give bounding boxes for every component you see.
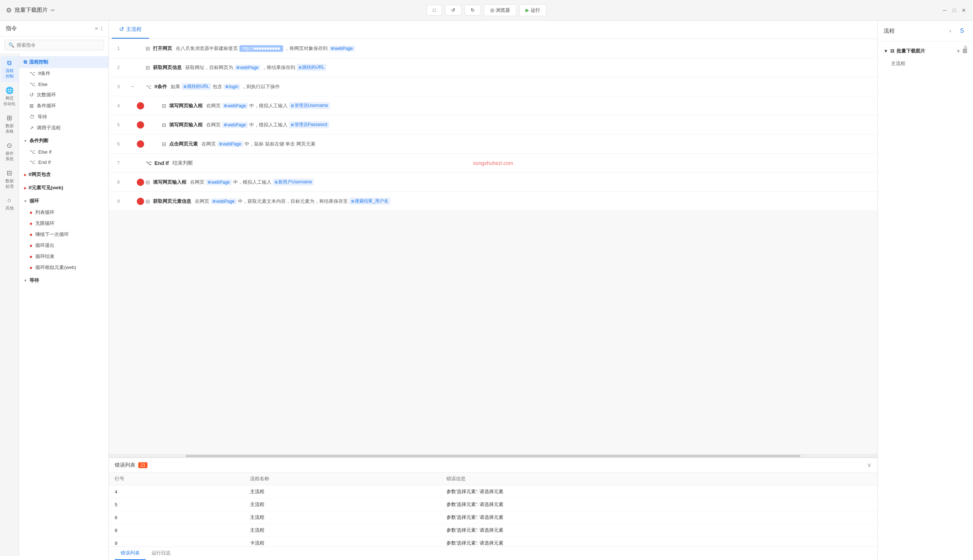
collapse-icon[interactable]: ⟨ xyxy=(101,26,103,31)
table-row[interactable]: 9 ⊟ 获取网页元素信息 在网页 ⊠webPage 中，获取元素文本内容，目标元… xyxy=(109,192,878,211)
error-row[interactable]: 6 主流程 参数'选择元素': 请选择元素 xyxy=(109,511,878,524)
url-bar: http://■■■■■■■■■■ xyxy=(239,45,283,52)
menu-item-loop-similar[interactable]: ● 循环相似元素(web) xyxy=(19,262,109,273)
menu-group-flow-control-header[interactable]: ⧉ 流程控制 xyxy=(19,56,109,68)
other-tab-icon: ○ xyxy=(7,197,12,204)
sidebar-tab-other[interactable]: ○ 其他 xyxy=(1,193,18,214)
menu-group-condition-judge-header[interactable]: ▼ 条件判断 xyxy=(19,135,109,147)
redo-button[interactable]: ↻ xyxy=(465,5,481,15)
error-dot xyxy=(137,178,144,186)
click-elem-icon: ⊟ xyxy=(162,141,166,147)
title-bar-right: ─ □ ✕ xyxy=(650,7,967,13)
table-row[interactable]: 7 ⌥ End If 结束判断 songshuhezi.com xyxy=(109,153,878,173)
center-area: ↺ 主流程 1 ⊟ 打开网页 在八爪鱼浏览器中新建标签页 http://■■■■… xyxy=(109,21,878,560)
menu-item-loop-end[interactable]: ● 循环结束 xyxy=(19,251,109,262)
if-web-icon: ● xyxy=(23,172,27,177)
error-panel-collapse-icon[interactable]: ∨ xyxy=(867,462,871,468)
menu-group-if-elem-visible-header[interactable]: ● If元素可见(web) xyxy=(19,182,109,193)
loop-end-icon: ● xyxy=(29,253,32,259)
undo-button[interactable]: ↺ xyxy=(445,5,461,15)
search-box[interactable]: 🔍 xyxy=(4,40,104,50)
menu-item-continue-loop[interactable]: ● 继续下一次循环 xyxy=(19,229,109,240)
sort-icon[interactable]: ≡ xyxy=(95,26,98,31)
sidebar-tab-ops[interactable]: ⊙ 操作 系统 xyxy=(1,138,18,165)
menu-group-if-web-header[interactable]: ● If网页包含 xyxy=(19,169,109,180)
tab-main-flow[interactable]: ↺ 主流程 xyxy=(112,21,149,38)
table-row[interactable]: 1 ⊟ 打开网页 在八爪鱼浏览器中新建标签页 http://■■■■■■■■■■… xyxy=(109,39,878,58)
search-input[interactable] xyxy=(17,42,100,48)
table-row[interactable]: 2 ⊟ 获取网页信息 获取网址，目标网页为 ⊠webPage ，将结果保存到 ⊠… xyxy=(109,58,878,77)
new-user-username-var: ⊠新用户Username xyxy=(273,178,314,185)
error-row[interactable]: 5 主流程 参数'选择元素': 请选择元素 xyxy=(109,498,878,511)
end-if-icon: ⌥ xyxy=(29,159,35,165)
menu-item-if[interactable]: ⌥ If条件 xyxy=(19,68,109,79)
flow-tree: ▼ ⊟ 批量下载图片 + ⊠ 主流程 ≡ xyxy=(878,42,973,73)
condition-arrow: ▼ xyxy=(23,139,27,143)
table-row[interactable]: 4 ⊟ 填写网页输入框 在网页 ⊠webPage 中，模拟人工输入 ⊠管理员U xyxy=(109,96,878,115)
browser-button[interactable]: ◎ 浏览器 xyxy=(484,4,516,16)
close-button[interactable]: ✕ xyxy=(961,7,967,13)
if-cond-icon: ⌥ xyxy=(145,84,152,90)
edit-title-icon[interactable]: ✏ xyxy=(51,7,55,13)
menu-item-end-if[interactable]: ⌥ End If xyxy=(19,157,109,167)
flow-filter-icon[interactable]: ≡ xyxy=(964,44,967,51)
menu-item-list-loop[interactable]: ● 列表循环 xyxy=(19,207,109,218)
menu-group-loop-header[interactable]: ▼ 循环 xyxy=(19,195,109,207)
flow-tree-item-main[interactable]: 主流程 xyxy=(878,57,973,70)
run-button[interactable]: ▶ 运行 xyxy=(519,4,547,16)
horizontal-scrollbar[interactable] xyxy=(109,454,878,457)
menu-item-infinite-loop[interactable]: ● 无限循环 xyxy=(19,218,109,229)
menu-group-wait-header[interactable]: ▼ 等待 xyxy=(19,275,109,286)
wait-group-arrow: ▼ xyxy=(23,278,27,283)
flow-sidebar-active-icon[interactable]: S xyxy=(957,26,967,36)
fill-input-icon-4: ⊟ xyxy=(162,103,166,109)
if-icon: ⌥ xyxy=(29,70,35,77)
app-icon: ⚙ xyxy=(6,6,12,14)
error-list-tab[interactable]: 错误列表 xyxy=(115,547,145,560)
menu-item-count-loop[interactable]: ↺ 次数循环 xyxy=(19,89,109,100)
menu-item-cond-loop[interactable]: ⊠ 条件循环 xyxy=(19,100,109,111)
maximize-button[interactable]: □ xyxy=(951,7,958,13)
redirect-url-var-3: ⊠跳转的URL xyxy=(182,83,211,90)
table-row[interactable]: 3 − ⌥ If条件 如果 ⊠跳转的URL 包含 ⊠login xyxy=(109,77,878,96)
sidebar-tab-data-proc[interactable]: ⊟ 数据 处理 xyxy=(1,166,18,192)
flow-content[interactable]: 1 ⊟ 打开网页 在八爪鱼浏览器中新建标签页 http://■■■■■■■■■■… xyxy=(109,39,878,454)
menu-item-loop-exit[interactable]: ● 循环退出 xyxy=(19,240,109,251)
menu-item-else[interactable]: ⌥ Else xyxy=(19,79,109,89)
error-row[interactable]: 8 主流程 参数'选择元素': 请选择元素 xyxy=(109,524,878,537)
run-icon: ▶ xyxy=(525,7,529,13)
menu-item-call-sub[interactable]: ↗ 调用子流程 xyxy=(19,122,109,133)
flow-sidebar-nav-icon[interactable]: › xyxy=(945,26,955,36)
error-row[interactable]: 9 卡流程 参数'选择元素': 请选择元素 xyxy=(109,537,878,547)
table-row[interactable]: 8 ⊟ 填写网页输入框 在网页 ⊠webPage 中，模拟人工输入 ⊠新用户Us… xyxy=(109,173,878,192)
redirect-url-var: ⊠跳转的URL xyxy=(297,64,326,71)
app-title: 批量下载图片 xyxy=(15,7,48,13)
flow-tree-parent-icon: ⊟ xyxy=(890,48,894,53)
menu-item-wait[interactable]: ⏱ 等待 xyxy=(19,111,109,122)
run-log-tab[interactable]: 运行日志 xyxy=(145,547,177,560)
save-button[interactable]: □ xyxy=(426,5,442,15)
flow-tree-item-batch[interactable]: ▼ ⊟ 批量下载图片 + ⊠ xyxy=(878,45,973,57)
minimize-button[interactable]: ─ xyxy=(941,7,948,13)
login-var: ⊠login xyxy=(224,84,240,90)
menu-item-else-if[interactable]: ⌥ Else If xyxy=(19,147,109,157)
sidebar-tab-flow[interactable]: ⧉ 流程 控制 xyxy=(1,56,18,82)
error-dot xyxy=(137,198,144,205)
browser-icon: ◎ xyxy=(490,7,494,13)
main-flow-tab-icon: ↺ xyxy=(119,26,124,33)
menu-group-if-web: ● If网页包含 xyxy=(19,169,109,180)
webpage-var-5: ⊠webPage xyxy=(222,122,248,128)
table-row[interactable]: 6 ⊟ 点击网页元素 在网页 ⊠webPage 中，鼠标 鼠标左键 单击 网页元… xyxy=(109,135,878,153)
sidebar-tab-web[interactable]: 🌐 网页 自动化 xyxy=(1,83,18,110)
add-flow-icon[interactable]: + xyxy=(957,48,960,54)
flow-sidebar-right-icons: ≡ xyxy=(964,44,967,51)
sidebar-flow: 流程 › S ▼ ⊟ 批量下载图片 + ⊠ 主流程 ≡ xyxy=(878,21,973,560)
sidebar-tab-data-table[interactable]: ⊞ 数据 表格 xyxy=(1,111,18,137)
else-icon: ⌥ xyxy=(29,81,35,87)
error-panel-tabs: 错误列表 运行日志 xyxy=(109,547,878,560)
search-result-username-var: ⊠搜索结果_用户名 xyxy=(349,198,390,205)
table-row[interactable]: 5 ⊟ 填写网页输入框 在网页 ⊠webPage 中，模拟人工输入 ⊠管理员P xyxy=(109,115,878,135)
webpage-var-6: ⊠webPage xyxy=(217,141,243,147)
error-row[interactable]: 4 主流程 参数'选择元素': 请选择元素 xyxy=(109,485,878,498)
loop-arrow: ▼ xyxy=(23,199,27,203)
